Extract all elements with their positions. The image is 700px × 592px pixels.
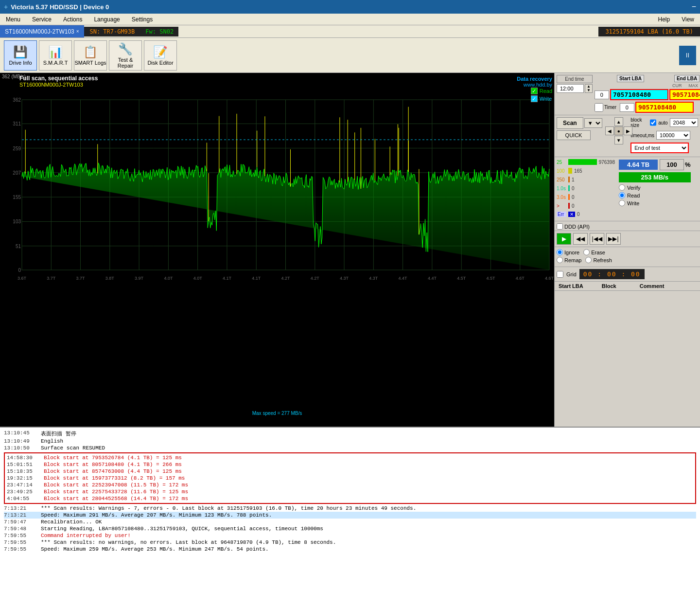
scan-button[interactable]: Scan <box>557 117 583 129</box>
stat-3s-bar <box>568 194 570 200</box>
drive-info-icon: 💾 <box>13 45 28 59</box>
grid-checkbox[interactable] <box>557 271 563 278</box>
options-section: Ignore Erase Remap Refresh <box>555 247 700 267</box>
options-row2: Remap Refresh <box>557 257 698 263</box>
disk-editor-button[interactable]: 📝 Disk Editor <box>144 40 177 71</box>
time-spinner[interactable]: ▲ ▼ <box>585 84 593 93</box>
grid-section: Grid 00 : 00 : 00 <box>555 267 700 281</box>
skip-back-button[interactable]: |◀◀ <box>590 233 604 245</box>
menu-actions[interactable]: Actions <box>61 15 84 24</box>
smart-logs-button[interactable]: 📋 SMART Logs <box>74 40 107 71</box>
dir-up-button[interactable]: ▲ <box>614 117 623 126</box>
verify-radio[interactable] <box>619 184 625 191</box>
ddd-checkbox[interactable] <box>557 223 563 230</box>
end-lba-value2-input[interactable] <box>635 102 694 113</box>
dir-down-button[interactable]: ▼ <box>614 136 623 144</box>
start-cur-label: CUR <box>672 83 682 88</box>
start-lba-value-input[interactable] <box>610 89 668 100</box>
remap-option: Remap <box>557 257 581 263</box>
drive-info-button[interactable]: 💾 Drive Info <box>4 40 37 71</box>
quick-button[interactable]: QUICK <box>557 130 591 140</box>
verify-label: Verify <box>627 185 641 191</box>
start-lba-cur-input[interactable] <box>595 90 609 99</box>
timer-input[interactable] <box>620 103 634 112</box>
stat-25ms-label: 25 <box>557 160 566 165</box>
read-write-legend: ✓ Read ✓ Write <box>531 88 552 102</box>
log-line: 7:59:55Speed: Maximum 259 MB/s. Average … <box>4 546 696 553</box>
log-line: 7:13:21*** Scan results: Warnings - 7, e… <box>4 505 696 512</box>
stat-100ms-bar <box>568 168 572 174</box>
auto-label: auto <box>658 120 667 126</box>
block-size-select[interactable]: 2048 <box>670 118 698 127</box>
drive-tab-close[interactable]: × <box>76 29 79 34</box>
chart-subtitle: ST16000NM000J-2TW103 <box>19 82 98 88</box>
options-row1: Ignore Erase <box>557 249 698 255</box>
log-area[interactable]: 13:10:45表面扫描 暂停13:10:49English13:10:50Su… <box>0 428 700 592</box>
read-radio-label: Read <box>627 193 640 198</box>
stat-err-label: Err <box>557 212 566 217</box>
scan-dropdown[interactable]: ▼ <box>584 118 602 128</box>
speed-display: 253 MB/s <box>619 172 691 182</box>
end-lba-value-input[interactable] <box>669 89 700 100</box>
skip-end-button[interactable]: ▶▶| <box>606 233 621 245</box>
stat-250ms-count: 1 <box>572 177 575 182</box>
end-time-input[interactable] <box>557 84 584 93</box>
block-size-label: block size <box>630 117 648 128</box>
log-line: 15:01:51Block start at 8057108480 (4.1 T… <box>7 461 693 468</box>
smart-button[interactable]: 📊 S.M.A.R.T <box>39 40 72 71</box>
disk-editor-label: Disk Editor <box>147 60 173 66</box>
pause-button[interactable]: II <box>679 46 696 65</box>
stat-row-25ms: 25 976398 <box>557 159 615 165</box>
menu-language[interactable]: Language <box>92 15 122 24</box>
refresh-label: Refresh <box>593 257 612 263</box>
menu-menu[interactable]: Menu <box>4 15 22 24</box>
erase-label: Erase <box>591 250 605 255</box>
test-repair-button[interactable]: 🔧 Test & Repair <box>109 40 142 71</box>
lba-section: End time ▲ ▼ <box>555 73 700 115</box>
fw-value: SN02 <box>159 28 174 35</box>
stat-row-1s: 1.0s 0 <box>557 185 615 191</box>
write-radio-label: Write <box>627 200 639 206</box>
app-icon: + <box>4 3 8 11</box>
menu-view[interactable]: View <box>680 15 696 24</box>
chart-title: Full scan, sequential access <box>19 75 98 82</box>
menu-service[interactable]: Service <box>30 15 53 24</box>
log-line: 7:13:21Speed: Maximum 291 MB/s. Average … <box>4 512 696 519</box>
remap-radio[interactable] <box>557 257 563 263</box>
refresh-radio[interactable] <box>585 257 592 263</box>
timeout-select[interactable]: 10000 <box>656 131 690 140</box>
stat-row-3s: 3.0s 0 <box>557 194 615 200</box>
ignore-radio[interactable] <box>557 249 563 255</box>
log-line: 23:49:25Block start at 22575433728 (11.6… <box>7 488 693 495</box>
drive-tab[interactable]: ST16000NM000J-2TW103 × <box>0 25 84 37</box>
auto-checkbox[interactable] <box>650 119 656 126</box>
brand-name: Data recovery <box>517 76 552 82</box>
drive-tab-bar: ST16000NM000J-2TW103 × SN: TR7-GM93B Fw:… <box>0 25 700 38</box>
dir-center-button[interactable]: ● <box>614 126 623 135</box>
bottom-section: 13:10:45表面扫描 暂停13:10:49English13:10:50Su… <box>0 427 700 592</box>
rewind-button[interactable]: ◀◀ <box>573 233 588 245</box>
stat-25ms-count: 976398 <box>599 160 615 165</box>
read-legend: ✓ Read <box>531 88 552 94</box>
radio-group: Verify Read Write <box>619 184 691 206</box>
erase-radio[interactable] <box>583 249 590 255</box>
title-bar: + Victoria 5.37 HDD/SSD | Device 0 − <box>0 0 700 14</box>
dir-left-button[interactable]: ◀ <box>605 126 614 135</box>
drive-fw-section: Fw: SN02 <box>140 27 178 36</box>
timeout-row: timeout,ms 10000 <box>630 131 698 140</box>
stat-row-100ms: 100 165 <box>557 168 615 174</box>
read-radio[interactable] <box>619 192 625 198</box>
menu-settings[interactable]: Settings <box>130 15 155 24</box>
close-button[interactable]: − <box>692 2 696 11</box>
smart-label: S.M.A.R.T <box>43 60 68 66</box>
stat-row-250ms: 250 1 <box>557 177 615 182</box>
write-radio[interactable] <box>619 200 625 206</box>
log-line: 14:58:30Block start at 7953526784 (4.1 T… <box>7 454 693 461</box>
play-button[interactable]: ▶ <box>557 233 571 245</box>
stat-gt-bar <box>568 203 570 209</box>
end-of-test-select[interactable]: End of test <box>630 143 689 153</box>
menu-help[interactable]: Help <box>656 15 672 24</box>
timer-checkbox[interactable] <box>595 103 603 112</box>
stat-1s-bar <box>568 185 570 191</box>
dir-right-button[interactable]: ▶ <box>624 126 632 135</box>
